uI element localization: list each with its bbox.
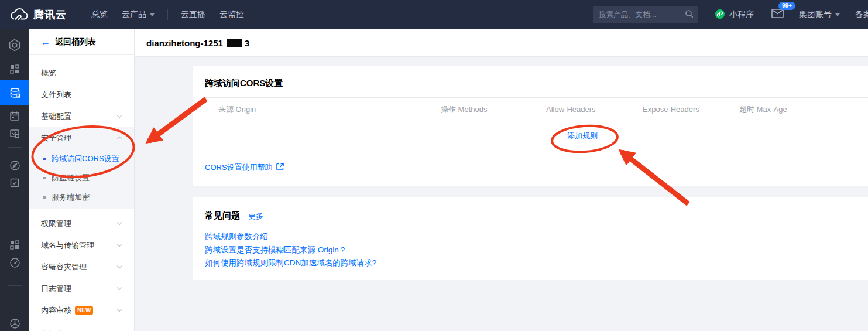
sidebar-item-log-management[interactable]: 日志管理 [29, 278, 134, 299]
nav-divider [167, 9, 168, 20]
sidebar-item-file-list[interactable]: 文件列表 [29, 84, 134, 105]
page-header: dianzihetong-1251 3 [135, 29, 868, 57]
cors-help-row: CORS设置使用帮助 [205, 162, 868, 173]
sidebar-menu: 概览 文件列表 基础配置 安全管理 跨域访问CORS设置 防盗链设置 服务端加密… [29, 55, 134, 331]
cos-storage-icon[interactable] [0, 80, 29, 105]
chevron-down-icon [835, 13, 840, 16]
nav-live[interactable]: 云直播 [181, 9, 205, 20]
external-link-icon [276, 162, 284, 173]
faq-more-link[interactable]: 更多 [248, 211, 263, 221]
sidebar-item-security[interactable]: 安全管理 [29, 127, 134, 149]
cloud-logo-icon [9, 8, 28, 22]
bucket-title: dianzihetong-1251 3 [146, 38, 249, 48]
nav-overview[interactable]: 总览 [91, 9, 108, 20]
bucket-sidebar: ← 返回桶列表 概览 文件列表 基础配置 安全管理 跨域访问CORS设置 防盗链… [29, 29, 135, 331]
faq-card-title: 常见问题 [205, 210, 240, 221]
account-menu[interactable]: 集团账号 [799, 9, 840, 20]
chevron-down-icon [117, 113, 122, 118]
bullet-icon [43, 177, 46, 179]
search-box[interactable] [593, 6, 698, 23]
cors-help-link[interactable]: CORS设置使用帮助 [205, 162, 273, 173]
messages-entry[interactable]: 99+ [771, 9, 784, 21]
service-icon-rail [0, 29, 29, 331]
back-to-bucket-list[interactable]: ← 返回桶列表 [29, 29, 134, 55]
cors-table-header: 来源 Origin 操作 Methods Allow-Headers Expos… [205, 98, 868, 121]
chevron-down-icon [117, 242, 122, 247]
add-rule-button[interactable]: 添加规则 [567, 131, 598, 141]
sidebar-item-hotlink-protection[interactable]: 防盗链设置 [29, 168, 134, 187]
task-checkbox-icon[interactable] [0, 171, 29, 194]
brand-name: 腾讯云 [33, 8, 67, 22]
faq-card: 常见问题 更多 跨域规则参数介绍 跨域设置是否支持模糊匹配来源 Origin？ … [193, 197, 868, 280]
chevron-down-icon [150, 13, 155, 16]
faq-link-cdn-restrict[interactable]: 如何使用跨域规则限制CDN加速域名的跨域请求? [205, 257, 868, 270]
chevron-down-icon [117, 285, 122, 290]
sidebar-item-permissions[interactable]: 权限管理 [29, 213, 134, 234]
sphere-icon[interactable] [0, 312, 29, 331]
console-products-icon[interactable] [0, 34, 29, 56]
top-navigation: 总览 云产品 云直播 云监控 [84, 9, 251, 20]
column-allow-headers: Allow-Headers [533, 105, 630, 114]
rail-divider [8, 147, 22, 148]
rail-divider [8, 209, 22, 209]
topbar-right: 小程序 99+ 集团账号 备案 [593, 0, 868, 29]
new-badge: NEW [75, 306, 93, 315]
chevron-up-icon [117, 137, 122, 141]
speedometer-icon[interactable] [0, 251, 29, 274]
column-expose-headers: Expose-Headers [630, 105, 726, 114]
bullet-icon [43, 158, 46, 160]
sidebar-item-data-processing[interactable]: 数据处理 [29, 321, 134, 331]
nav-products[interactable]: 云产品 [122, 9, 155, 20]
nav-monitor[interactable]: 云监控 [219, 9, 244, 20]
mail-envelope-icon [771, 10, 784, 20]
chevron-down-icon [117, 307, 122, 312]
bullet-icon [43, 196, 46, 199]
security-group: 安全管理 跨域访问CORS设置 防盗链设置 服务端加密 [29, 127, 134, 209]
cors-empty-row: 添加规则 [205, 121, 868, 151]
topbar: 腾讯云 总览 云产品 云直播 云监控 [0, 0, 868, 29]
cors-card-title: 跨域访问CORS设置 [205, 78, 868, 89]
rail-divider [8, 285, 22, 286]
faq-link-cors-params[interactable]: 跨域规则参数介绍 [205, 230, 868, 244]
miniprogram-icon [715, 9, 725, 21]
tencent-cloud-console: 腾讯云 总览 云产品 云直播 云监控 [0, 0, 868, 331]
search-icon[interactable] [685, 9, 694, 21]
miniprogram-entry[interactable]: 小程序 [715, 9, 754, 21]
back-arrow-icon: ← [41, 37, 50, 47]
redaction-box [227, 39, 242, 47]
faq-link-fuzzy-origin[interactable]: 跨域设置是否支持模糊匹配来源 Origin？ [205, 244, 868, 257]
sidebar-item-basic-config[interactable]: 基础配置 [29, 105, 134, 127]
sidebar-item-server-encryption[interactable]: 服务端加密 [29, 187, 134, 209]
sidebar-item-cors-settings[interactable]: 跨域访问CORS设置 [29, 149, 134, 168]
column-max-age: 超时 Max-Age [726, 104, 868, 115]
sidebar-item-domain-transfer[interactable]: 域名与传输管理 [29, 234, 134, 256]
dashboard-grid-icon[interactable] [0, 57, 29, 81]
sidebar-item-overview[interactable]: 概览 [29, 62, 134, 84]
column-methods: 操作 Methods [428, 104, 533, 115]
cors-rules-table: 来源 Origin 操作 Methods Allow-Headers Expos… [205, 97, 868, 151]
column-origin: 来源 Origin [205, 104, 428, 115]
sidebar-item-content-review[interactable]: 内容审核NEW [29, 299, 134, 321]
unread-count-badge: 99+ [778, 2, 795, 10]
chevron-down-icon [117, 220, 122, 225]
chevron-down-icon [117, 264, 122, 268]
beian-entry[interactable]: 备案 [855, 9, 868, 20]
faq-links: 跨域规则参数介绍 跨域设置是否支持模糊匹配来源 Origin？ 如何使用跨域规则… [205, 230, 868, 270]
cors-settings-card: 跨域访问CORS设置 来源 Origin 操作 Methods Allow-He… [193, 66, 868, 186]
search-input[interactable] [599, 11, 685, 19]
media-check-icon[interactable] [0, 122, 29, 145]
sidebar-item-fault-tolerance[interactable]: 容错容灾管理 [29, 256, 134, 278]
tencent-cloud-logo[interactable]: 腾讯云 [9, 8, 67, 22]
